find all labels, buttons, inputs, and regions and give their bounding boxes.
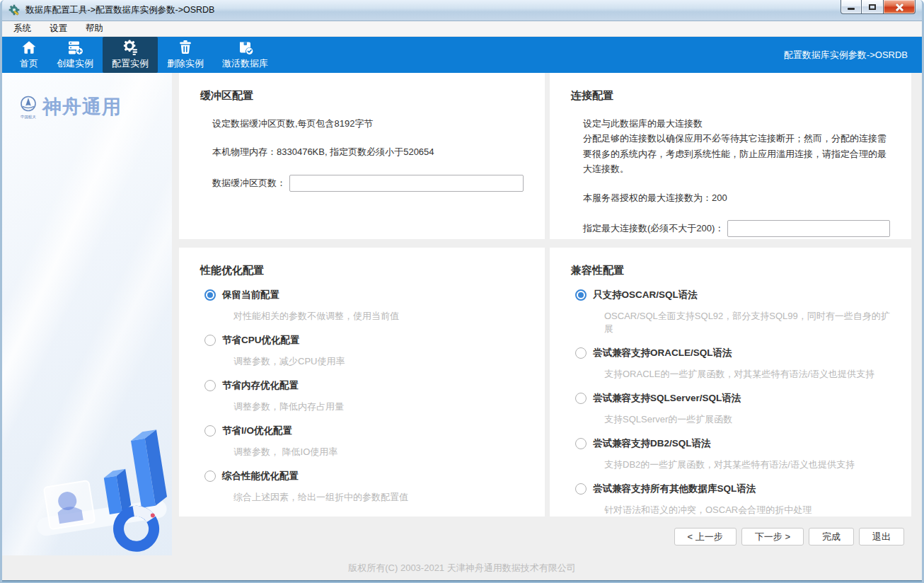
brand-name: 神舟通用 bbox=[42, 94, 122, 120]
option-desc: 调整参数， 降低IO使用率 bbox=[233, 446, 524, 458]
footer: 版权所有(C) 2003-2021 天津神舟通用数据技术有限公司 bbox=[2, 555, 922, 580]
radio-option[interactable]: 节省I/O优化配置 bbox=[204, 425, 524, 437]
option-label: 尝试兼容支持DB2/SQL语法 bbox=[593, 437, 711, 450]
option-label: 尝试兼容支持SQLServer/SQL语法 bbox=[593, 392, 741, 405]
option-desc: 综合上述因素，给出一组折中的参数配置值 bbox=[233, 491, 524, 504]
option-label: 综合性能优化配置 bbox=[222, 470, 299, 483]
radio-unchecked-icon[interactable] bbox=[204, 425, 216, 437]
compatibility-panel: 兼容性配置 只支持OSCAR/SQL语法 OSCAR/SQL全面支持SQL92，… bbox=[550, 248, 911, 516]
toolbar-item-delete-instance[interactable]: 删除实例 bbox=[158, 37, 213, 73]
option-desc: 针对语法和语义的冲突，OSCAR会合理的折中处理 bbox=[604, 504, 890, 516]
option-label: 节省内存优化配置 bbox=[222, 379, 299, 392]
close-button[interactable] bbox=[883, 0, 916, 14]
radio-option[interactable]: 尝试兼容支持SQLServer/SQL语法 bbox=[575, 392, 890, 405]
toolbar-item-home[interactable]: 首页 bbox=[11, 37, 47, 73]
max-connections-input[interactable] bbox=[727, 220, 890, 237]
radio-unchecked-icon[interactable] bbox=[575, 438, 587, 449]
app-gear-icon bbox=[8, 4, 21, 16]
home-icon bbox=[21, 39, 37, 56]
panels-grid: 缓冲区配置 设定数据缓冲区页数,每页包含8192字节 本机物理内存：833047… bbox=[179, 73, 911, 516]
close-icon bbox=[895, 3, 903, 11]
option-label: 只支持OSCAR/SQL语法 bbox=[593, 289, 698, 301]
window-title: 数据库配置工具->配置数据库实例参数->OSRDB bbox=[25, 4, 214, 16]
window-bottom-border bbox=[2, 580, 922, 583]
option-desc: 支持SQLServer的一些扩展函数 bbox=[604, 413, 890, 426]
toolbar-item-create-instance[interactable]: 创建实例 bbox=[47, 37, 103, 73]
option-label: 尝试兼容支持ORACLE/SQL语法 bbox=[593, 347, 732, 359]
maximize-button[interactable] bbox=[862, 0, 883, 14]
main-area: 缓冲区配置 设定数据缓冲区页数,每页包含8192字节 本机物理内存：833047… bbox=[172, 73, 922, 555]
performance-panel: 性能优化配置 保留当前配置 对性能相关的参数不做调整，使用当前值 节省CPU优化… bbox=[179, 248, 545, 516]
configure-instance-icon bbox=[122, 39, 139, 56]
sidebar-illustration bbox=[2, 425, 172, 555]
next-step-button[interactable]: 下一步 > bbox=[741, 528, 804, 546]
panel-title: 性能优化配置 bbox=[200, 264, 524, 277]
radio-option[interactable]: 节省CPU优化配置 bbox=[204, 334, 524, 347]
option-desc: OSCAR/SQL全面支持SQL92，部分支持SQL99，同时有一些自身的扩展 bbox=[604, 310, 890, 335]
window-controls bbox=[841, 0, 916, 14]
buffer-panel: 缓冲区配置 设定数据缓冲区页数,每页包含8192字节 本机物理内存：833047… bbox=[179, 73, 545, 239]
panel-title: 连接配置 bbox=[571, 89, 890, 103]
radio-unchecked-icon[interactable] bbox=[575, 347, 587, 359]
menubar: 系统 设置 帮助 bbox=[2, 21, 922, 37]
sidebar: 中国航天 神舟通用 bbox=[2, 73, 172, 555]
radio-option[interactable]: 保留当前配置 bbox=[204, 289, 524, 301]
brand-emblem-caption: 中国航天 bbox=[21, 115, 36, 120]
radio-option[interactable]: 尝试兼容支持DB2/SQL语法 bbox=[575, 437, 890, 450]
brand: 中国航天 神舟通用 bbox=[18, 94, 122, 120]
content-body: 中国航天 神舟通用 bbox=[2, 73, 922, 555]
radio-unchecked-icon[interactable] bbox=[204, 471, 216, 482]
connection-line2: 分配足够的连接数以确保应用不必等待其它连接断开；然而，分配的连接需要很多的系统内… bbox=[583, 131, 890, 176]
radio-unchecked-icon[interactable] bbox=[204, 335, 216, 346]
radio-unchecked-icon[interactable] bbox=[575, 483, 587, 495]
buffer-input-row: 数据缓冲区页数： bbox=[212, 175, 524, 192]
activate-database-icon bbox=[237, 39, 254, 56]
radio-option[interactable]: 只支持OSCAR/SQL语法 bbox=[575, 289, 890, 301]
connection-line3: 本服务器授权的最大连接数为：200 bbox=[583, 190, 890, 205]
menu-help[interactable]: 帮助 bbox=[76, 21, 112, 36]
app-window: 数据库配置工具->配置数据库实例参数->OSRDB 系统 设置 帮助 首页 bbox=[0, 0, 924, 583]
option-label: 节省I/O优化配置 bbox=[222, 425, 292, 437]
prev-step-button[interactable]: < 上一步 bbox=[674, 528, 737, 546]
toolbar-item-label: 激活数据库 bbox=[222, 57, 268, 70]
breadcrumb: 配置数据库实例参数->OSRDB bbox=[784, 49, 922, 62]
titlebar: 数据库配置工具->配置数据库实例参数->OSRDB bbox=[2, 0, 922, 21]
option-label: 尝试兼容支持所有其他数据库SQL语法 bbox=[593, 483, 756, 495]
buffer-line2: 本机物理内存：8330476KB, 指定页数必须小于520654 bbox=[212, 144, 524, 159]
menu-settings[interactable]: 设置 bbox=[40, 21, 76, 36]
brand-emblem-icon: 中国航天 bbox=[18, 95, 39, 120]
connection-input-row: 指定最大连接数(必须不大于200)： bbox=[583, 220, 890, 237]
toolbar-item-label: 首页 bbox=[20, 57, 38, 70]
radio-unchecked-icon[interactable] bbox=[204, 380, 216, 391]
panel-title: 缓冲区配置 bbox=[200, 89, 524, 103]
radio-unchecked-icon[interactable] bbox=[575, 393, 587, 404]
toolbar-item-label: 配置实例 bbox=[112, 57, 149, 70]
radio-checked-icon[interactable] bbox=[204, 289, 216, 301]
toolbar-item-activate-database[interactable]: 激活数据库 bbox=[213, 37, 277, 73]
option-label: 节省CPU优化配置 bbox=[222, 334, 300, 347]
minimize-button[interactable] bbox=[841, 0, 862, 14]
option-desc: 对性能相关的参数不做调整，使用当前值 bbox=[233, 310, 524, 323]
maximize-icon bbox=[869, 4, 876, 10]
buffer-line1: 设定数据缓冲区页数,每页包含8192字节 bbox=[212, 116, 524, 131]
option-desc: 调整参数，降低内存占用量 bbox=[233, 400, 524, 413]
finish-button[interactable]: 完成 bbox=[809, 528, 854, 546]
menu-system[interactable]: 系统 bbox=[4, 21, 40, 36]
toolbar-item-label: 删除实例 bbox=[167, 57, 204, 70]
radio-checked-icon[interactable] bbox=[575, 289, 587, 301]
radio-option[interactable]: 尝试兼容支持所有其他数据库SQL语法 bbox=[575, 483, 890, 495]
radio-option[interactable]: 综合性能优化配置 bbox=[204, 470, 524, 483]
connection-line1: 设定与此数据库的最大连接数 bbox=[583, 116, 890, 131]
toolbar-item-configure-instance[interactable]: 配置实例 bbox=[103, 37, 158, 73]
minimize-icon bbox=[848, 8, 855, 10]
radio-option[interactable]: 节省内存优化配置 bbox=[204, 379, 524, 392]
option-desc: 支持ORACLE的一些扩展函数，对其某些特有语法/语义也提供支持 bbox=[604, 368, 890, 381]
buffer-pages-input[interactable] bbox=[289, 175, 524, 192]
toolbar: 首页 创建实例 bbox=[2, 37, 922, 73]
option-label: 保留当前配置 bbox=[222, 289, 279, 301]
exit-button[interactable]: 退出 bbox=[859, 528, 904, 546]
radio-option[interactable]: 尝试兼容支持ORACLE/SQL语法 bbox=[575, 347, 890, 359]
wizard-actions: < 上一步 下一步 > 完成 退出 bbox=[172, 528, 904, 546]
create-instance-icon bbox=[67, 39, 83, 56]
delete-instance-icon bbox=[177, 39, 194, 56]
